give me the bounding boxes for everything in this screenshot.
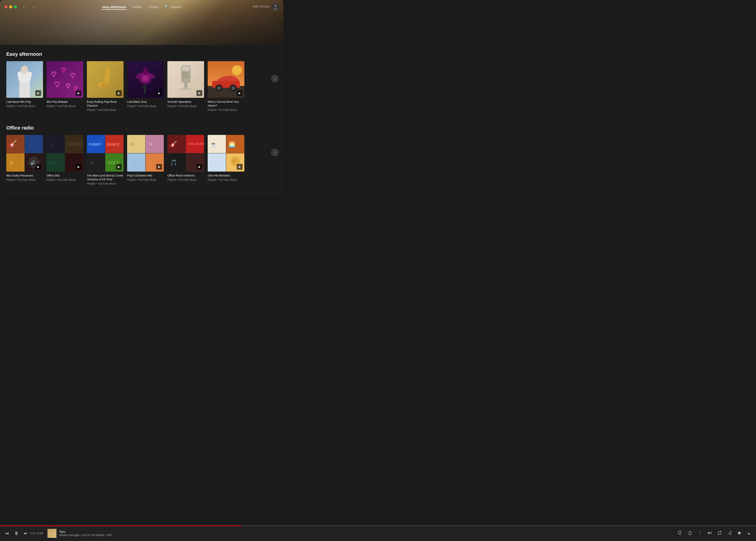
svg-text:DANCE: DANCE — [107, 143, 119, 146]
grid-cell: ★ — [127, 135, 145, 153]
card-whos-gonna[interactable]: ▶ Who's Gonna Drive You Home? Playlist •… — [208, 61, 244, 112]
card-smooth-operators[interactable]: ▶ Smooth Operators Playlist • YouTube Mu… — [167, 61, 204, 108]
svg-text:🎸: 🎸 — [170, 141, 177, 148]
tab-home[interactable]: easy-afternoon — [102, 4, 126, 10]
svg-text:★: ★ — [9, 159, 14, 166]
thumb-one-hit-wonders: ☕ 🌅 — [208, 135, 244, 172]
svg-point-1 — [274, 4, 277, 7]
search-icon: 🔍 — [165, 5, 169, 9]
section-title-office-radio: Office radio — [6, 125, 277, 131]
tab-hotlist[interactable]: Hotlist — [133, 4, 142, 10]
card-office-80s[interactable]: ♪ GREAT — [47, 135, 83, 182]
grid-cell: THE HIVES — [186, 135, 204, 153]
nav-arrows: ← → — [21, 4, 37, 10]
svg-rect-27 — [182, 66, 190, 71]
svg-text:♥: ♥ — [54, 79, 60, 89]
card-title-9: The Best (and Worst) Cover Versions of A… — [87, 174, 124, 182]
next-button-easy-afternoon[interactable]: › — [271, 75, 279, 83]
thumb-90s-guilty: 🎸 ♪ — [6, 135, 43, 172]
svg-text:🌅: 🌅 — [229, 141, 235, 148]
svg-point-28 — [183, 72, 185, 74]
svg-text:🎵: 🎵 — [170, 159, 177, 166]
card-sub-5: Playlist • YouTube Music — [167, 105, 204, 108]
svg-point-21 — [143, 75, 148, 81]
svg-point-45 — [231, 86, 235, 90]
card-title-4: Laid-Back Soul — [127, 100, 164, 104]
card-title-11: Office Rock Anthems — [167, 174, 204, 178]
forward-button[interactable]: → — [30, 4, 37, 10]
svg-point-35 — [185, 77, 187, 79]
thumb-whos-gonna: ▶ — [208, 61, 244, 98]
titlebar: ← → easy-afternoon Hotlist Library 🔍 Sea… — [0, 0, 283, 13]
svg-text:FUNKY: FUNKY — [89, 143, 101, 146]
svg-text:♬: ♬ — [89, 159, 93, 165]
play-overlay-11: ▶ — [196, 164, 202, 170]
play-overlay-2: ▶ — [76, 90, 81, 96]
grid-cell: FUNKY — [87, 135, 105, 153]
svg-rect-49 — [25, 135, 43, 153]
section-title-easy-afternoon: Easy afternoon — [6, 51, 277, 57]
svg-text:♪: ♪ — [130, 160, 132, 166]
section-office-radio: Office radio 🎸 — [0, 119, 283, 185]
tab-library[interactable]: Library — [148, 4, 158, 10]
grid-cell: ♪ — [47, 135, 65, 153]
header-right: EARLY ACCESS — [253, 3, 279, 10]
card-office-rock[interactable]: 🎸 THE HIVES — [167, 135, 204, 182]
svg-text:♩: ♩ — [189, 160, 191, 166]
svg-point-32 — [185, 74, 187, 76]
svg-rect-38 — [181, 88, 191, 90]
next-button-office-radio[interactable]: › — [271, 148, 279, 157]
card-sub-10: Playlist • YouTube Music — [127, 178, 164, 182]
back-button[interactable]: ← — [21, 4, 28, 10]
card-title-2: 80s Pop Ballads — [47, 100, 83, 104]
card-title-3: Easy Rolling Pop-Rock Classics — [87, 100, 124, 108]
office-radio-cards: 🎸 ♪ — [6, 135, 277, 185]
card-sub-9: Playlist • YouTube Music — [87, 182, 124, 185]
grid-cell: 🌅 — [226, 135, 244, 153]
card-sub-3: Playlist • YouTube Music — [87, 108, 124, 112]
play-overlay-9: ▶ — [116, 164, 122, 170]
play-overlay-12: ▶ — [237, 164, 243, 170]
grid-cell: 🎵 — [167, 153, 186, 172]
svg-rect-6 — [19, 83, 30, 98]
svg-text:♪: ♪ — [50, 141, 53, 148]
svg-text:★: ★ — [130, 141, 135, 148]
thumb-pop-rock-classics: ▶ — [87, 61, 124, 98]
card-pops-greatest[interactable]: ★ ♥ — [127, 135, 164, 182]
section-easy-afternoon: Easy afternoon — [0, 45, 283, 112]
card-sub-1: Playlist • YouTube Music — [6, 105, 43, 108]
svg-text:♥: ♥ — [66, 81, 70, 90]
play-overlay-8: ▶ — [76, 164, 81, 170]
grid-cell: ★ — [6, 153, 25, 172]
grid-cell: ♬ — [87, 153, 105, 172]
card-sub-6: Playlist • YouTube Music — [208, 108, 244, 112]
main-content: Easy afternoon — [0, 45, 283, 196]
card-80s-pop-ballads[interactable]: ♥ ♥ ♥ ♥ ♥ ♥ ▶ 80s Pop Ballads Playlist •… — [47, 61, 83, 108]
card-best-worst[interactable]: FUNKY DANCE — [87, 135, 124, 185]
search-area[interactable]: 🔍 Search — [165, 5, 182, 9]
play-overlay-5: ▶ — [196, 90, 202, 96]
svg-point-24 — [143, 67, 148, 75]
svg-point-17 — [101, 83, 106, 88]
thumb-office-80s: ♪ GREAT — [47, 135, 83, 172]
card-one-hit-wonders[interactable]: ☕ 🌅 — [208, 135, 244, 182]
early-access-label: EARLY ACCESS — [253, 5, 270, 8]
svg-text:♫: ♫ — [69, 160, 73, 166]
user-avatar[interactable] — [272, 3, 279, 10]
card-sub-11: Playlist • YouTube Music — [167, 178, 204, 182]
card-pop-rock-classics[interactable]: ▶ Easy Rolling Pop-Rock Classics Playlis… — [87, 61, 124, 112]
card-laid-back-soul[interactable]: ▶ Laid-Back Soul Playlist • YouTube Musi… — [127, 61, 164, 108]
card-laid-back-80s-pop[interactable]: ▶ Laid-Back 80s Pop Playlist • YouTube M… — [6, 61, 43, 108]
app-window: ← → easy-afternoon Hotlist Library 🔍 Sea… — [0, 0, 283, 196]
maximize-button[interactable] — [14, 5, 17, 8]
thumb-laid-back-soul: ▶ — [127, 61, 164, 98]
card-90s-guilty[interactable]: 🎸 ♪ — [6, 135, 43, 182]
svg-text:🎸: 🎸 — [9, 140, 17, 148]
close-button[interactable] — [5, 5, 7, 8]
svg-point-34 — [183, 77, 185, 79]
svg-point-43 — [217, 86, 221, 90]
minimize-button[interactable] — [9, 5, 12, 8]
svg-text:🔊: 🔊 — [30, 160, 36, 165]
svg-rect-74 — [146, 135, 164, 153]
grid-cell: GREAT — [65, 135, 83, 153]
